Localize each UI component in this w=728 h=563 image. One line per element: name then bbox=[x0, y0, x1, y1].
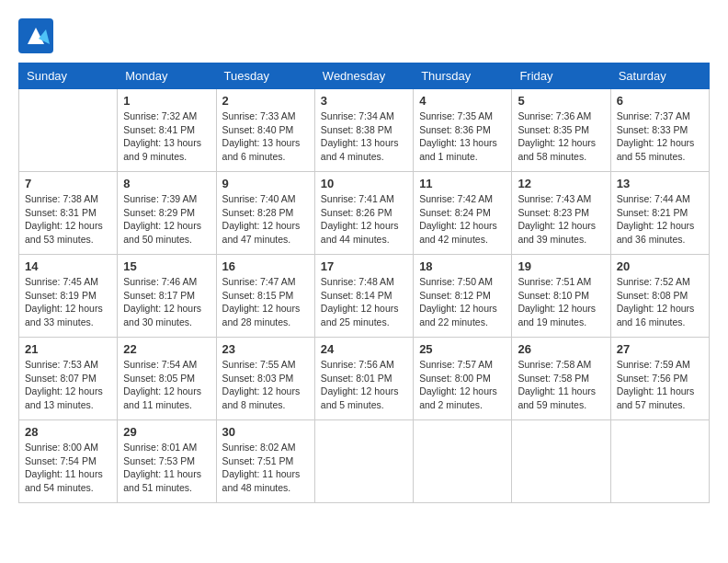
calendar-cell: 29Sunrise: 8:01 AM Sunset: 7:53 PM Dayli… bbox=[118, 420, 216, 503]
calendar-cell: 22Sunrise: 7:54 AM Sunset: 8:05 PM Dayli… bbox=[118, 338, 216, 420]
day-number: 3 bbox=[321, 94, 407, 108]
cell-info: Sunrise: 7:56 AM Sunset: 8:01 PM Dayligh… bbox=[321, 358, 407, 412]
calendar-cell: 1Sunrise: 7:32 AM Sunset: 8:41 PM Daylig… bbox=[118, 89, 216, 172]
page-header bbox=[18, 18, 710, 53]
cell-info: Sunrise: 7:55 AM Sunset: 8:03 PM Dayligh… bbox=[222, 358, 309, 412]
day-number: 22 bbox=[123, 342, 210, 356]
calendar-cell: 7Sunrise: 7:38 AM Sunset: 8:31 PM Daylig… bbox=[19, 172, 118, 255]
cell-info: Sunrise: 7:58 AM Sunset: 7:58 PM Dayligh… bbox=[518, 358, 604, 412]
calendar-cell: 18Sunrise: 7:50 AM Sunset: 8:12 PM Dayli… bbox=[414, 255, 512, 338]
day-number: 26 bbox=[518, 342, 604, 356]
day-number: 8 bbox=[123, 177, 210, 190]
cell-info: Sunrise: 8:01 AM Sunset: 7:53 PM Dayligh… bbox=[123, 441, 210, 495]
calendar-cell: 11Sunrise: 7:42 AM Sunset: 8:24 PM Dayli… bbox=[414, 172, 512, 255]
calendar-cell: 2Sunrise: 7:33 AM Sunset: 8:40 PM Daylig… bbox=[216, 89, 314, 172]
day-number: 12 bbox=[518, 177, 604, 190]
weekday-header: Friday bbox=[512, 63, 610, 89]
cell-info: Sunrise: 7:33 AM Sunset: 8:40 PM Dayligh… bbox=[222, 109, 309, 164]
day-number: 21 bbox=[25, 342, 111, 356]
cell-info: Sunrise: 7:46 AM Sunset: 8:17 PM Dayligh… bbox=[123, 275, 210, 329]
cell-info: Sunrise: 7:51 AM Sunset: 8:10 PM Dayligh… bbox=[518, 275, 604, 329]
weekday-header: Tuesday bbox=[216, 63, 314, 89]
day-number: 28 bbox=[25, 425, 111, 439]
day-number: 15 bbox=[123, 259, 210, 273]
cell-info: Sunrise: 7:36 AM Sunset: 8:35 PM Dayligh… bbox=[518, 109, 604, 164]
calendar-cell: 21Sunrise: 7:53 AM Sunset: 8:07 PM Dayli… bbox=[19, 338, 118, 420]
day-number: 9 bbox=[222, 177, 309, 190]
day-number: 25 bbox=[419, 342, 506, 356]
day-number: 24 bbox=[321, 342, 407, 356]
calendar-cell: 12Sunrise: 7:43 AM Sunset: 8:23 PM Dayli… bbox=[512, 172, 610, 255]
weekday-header: Saturday bbox=[610, 63, 709, 89]
day-number: 19 bbox=[518, 259, 604, 273]
calendar-cell: 14Sunrise: 7:45 AM Sunset: 8:19 PM Dayli… bbox=[19, 255, 118, 338]
calendar-cell: 26Sunrise: 7:58 AM Sunset: 7:58 PM Dayli… bbox=[512, 338, 610, 420]
day-number: 23 bbox=[222, 342, 309, 356]
day-number: 27 bbox=[617, 342, 703, 356]
cell-info: Sunrise: 7:48 AM Sunset: 8:14 PM Dayligh… bbox=[321, 275, 407, 329]
cell-info: Sunrise: 7:42 AM Sunset: 8:24 PM Dayligh… bbox=[419, 192, 506, 247]
calendar-cell: 4Sunrise: 7:35 AM Sunset: 8:36 PM Daylig… bbox=[414, 89, 512, 172]
day-number: 5 bbox=[518, 94, 604, 108]
day-number: 13 bbox=[617, 177, 703, 190]
calendar-cell: 3Sunrise: 7:34 AM Sunset: 8:38 PM Daylig… bbox=[314, 89, 413, 172]
calendar-table: SundayMondayTuesdayWednesdayThursdayFrid… bbox=[18, 63, 710, 503]
day-number: 7 bbox=[25, 177, 111, 190]
logo bbox=[18, 18, 57, 53]
calendar-cell: 10Sunrise: 7:41 AM Sunset: 8:26 PM Dayli… bbox=[314, 172, 413, 255]
cell-info: Sunrise: 7:57 AM Sunset: 8:00 PM Dayligh… bbox=[419, 358, 506, 412]
calendar-header-row: SundayMondayTuesdayWednesdayThursdayFrid… bbox=[19, 63, 710, 89]
cell-info: Sunrise: 7:41 AM Sunset: 8:26 PM Dayligh… bbox=[321, 192, 407, 247]
calendar-cell: 8Sunrise: 7:39 AM Sunset: 8:29 PM Daylig… bbox=[118, 172, 216, 255]
calendar-cell: 28Sunrise: 8:00 AM Sunset: 7:54 PM Dayli… bbox=[19, 420, 118, 503]
day-number: 10 bbox=[321, 177, 407, 190]
cell-info: Sunrise: 7:52 AM Sunset: 8:08 PM Dayligh… bbox=[617, 275, 703, 329]
cell-info: Sunrise: 7:43 AM Sunset: 8:23 PM Dayligh… bbox=[518, 192, 604, 247]
cell-info: Sunrise: 7:53 AM Sunset: 8:07 PM Dayligh… bbox=[25, 358, 111, 412]
cell-info: Sunrise: 7:39 AM Sunset: 8:29 PM Dayligh… bbox=[123, 192, 210, 247]
calendar-cell: 5Sunrise: 7:36 AM Sunset: 8:35 PM Daylig… bbox=[512, 89, 610, 172]
day-number: 18 bbox=[419, 259, 506, 273]
calendar-week-row: 28Sunrise: 8:00 AM Sunset: 7:54 PM Dayli… bbox=[19, 420, 710, 503]
calendar-cell: 9Sunrise: 7:40 AM Sunset: 8:28 PM Daylig… bbox=[216, 172, 314, 255]
calendar-cell: 23Sunrise: 7:55 AM Sunset: 8:03 PM Dayli… bbox=[216, 338, 314, 420]
day-number: 29 bbox=[123, 425, 210, 439]
calendar-week-row: 14Sunrise: 7:45 AM Sunset: 8:19 PM Dayli… bbox=[19, 255, 710, 338]
calendar-cell: 6Sunrise: 7:37 AM Sunset: 8:33 PM Daylig… bbox=[610, 89, 709, 172]
day-number: 11 bbox=[419, 177, 506, 190]
calendar-cell bbox=[19, 89, 118, 172]
weekday-header: Sunday bbox=[19, 63, 118, 89]
day-number: 17 bbox=[321, 259, 407, 273]
day-number: 6 bbox=[617, 94, 703, 108]
calendar-cell: 19Sunrise: 7:51 AM Sunset: 8:10 PM Dayli… bbox=[512, 255, 610, 338]
day-number: 30 bbox=[222, 425, 309, 439]
cell-info: Sunrise: 7:40 AM Sunset: 8:28 PM Dayligh… bbox=[222, 192, 309, 247]
day-number: 20 bbox=[617, 259, 703, 273]
calendar-cell: 30Sunrise: 8:02 AM Sunset: 7:51 PM Dayli… bbox=[216, 420, 314, 503]
day-number: 4 bbox=[419, 94, 506, 108]
cell-info: Sunrise: 7:35 AM Sunset: 8:36 PM Dayligh… bbox=[419, 109, 506, 164]
logo-icon bbox=[18, 18, 53, 53]
day-number: 16 bbox=[222, 259, 309, 273]
calendar-week-row: 1Sunrise: 7:32 AM Sunset: 8:41 PM Daylig… bbox=[19, 89, 710, 172]
weekday-header: Monday bbox=[118, 63, 216, 89]
cell-info: Sunrise: 7:54 AM Sunset: 8:05 PM Dayligh… bbox=[123, 358, 210, 412]
cell-info: Sunrise: 7:45 AM Sunset: 8:19 PM Dayligh… bbox=[25, 275, 111, 329]
day-number: 2 bbox=[222, 94, 309, 108]
cell-info: Sunrise: 7:50 AM Sunset: 8:12 PM Dayligh… bbox=[419, 275, 506, 329]
cell-info: Sunrise: 7:44 AM Sunset: 8:21 PM Dayligh… bbox=[617, 192, 703, 247]
calendar-cell: 20Sunrise: 7:52 AM Sunset: 8:08 PM Dayli… bbox=[610, 255, 709, 338]
calendar-week-row: 21Sunrise: 7:53 AM Sunset: 8:07 PM Dayli… bbox=[19, 338, 710, 420]
cell-info: Sunrise: 7:37 AM Sunset: 8:33 PM Dayligh… bbox=[617, 109, 703, 164]
day-number: 1 bbox=[123, 94, 210, 108]
calendar-cell: 25Sunrise: 7:57 AM Sunset: 8:00 PM Dayli… bbox=[414, 338, 512, 420]
calendar-cell: 27Sunrise: 7:59 AM Sunset: 7:56 PM Dayli… bbox=[610, 338, 709, 420]
calendar-week-row: 7Sunrise: 7:38 AM Sunset: 8:31 PM Daylig… bbox=[19, 172, 710, 255]
calendar-cell: 24Sunrise: 7:56 AM Sunset: 8:01 PM Dayli… bbox=[314, 338, 413, 420]
calendar-cell bbox=[414, 420, 512, 503]
day-number: 14 bbox=[25, 259, 111, 273]
calendar-cell: 13Sunrise: 7:44 AM Sunset: 8:21 PM Dayli… bbox=[610, 172, 709, 255]
cell-info: Sunrise: 7:32 AM Sunset: 8:41 PM Dayligh… bbox=[123, 109, 210, 164]
calendar-cell: 17Sunrise: 7:48 AM Sunset: 8:14 PM Dayli… bbox=[314, 255, 413, 338]
calendar-cell: 15Sunrise: 7:46 AM Sunset: 8:17 PM Dayli… bbox=[118, 255, 216, 338]
